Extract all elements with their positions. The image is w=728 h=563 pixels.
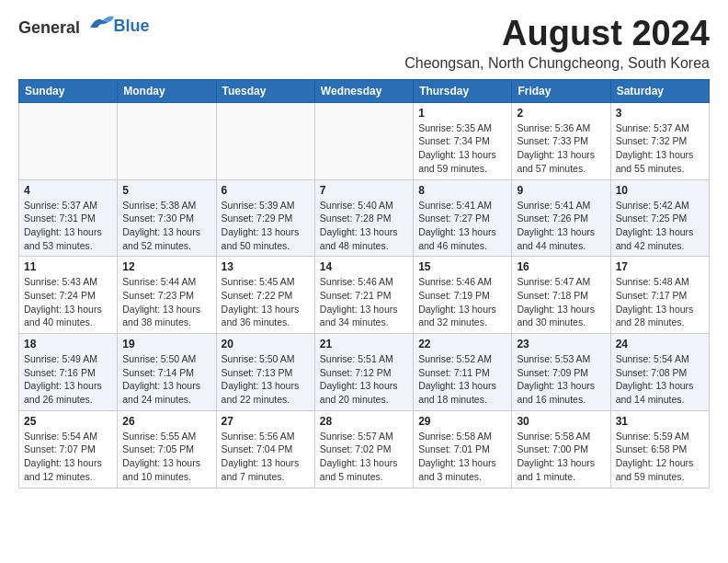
day-info: Sunrise: 5:58 AM Sunset: 7:00 PM Dayligh…	[517, 430, 605, 484]
calendar-cell: 4Sunrise: 5:37 AM Sunset: 7:31 PM Daylig…	[19, 179, 118, 257]
header-wednesday: Wednesday	[314, 79, 413, 102]
day-info: Sunrise: 5:58 AM Sunset: 7:01 PM Dayligh…	[418, 430, 506, 484]
header-sunday: Sunday	[19, 79, 118, 102]
day-info: Sunrise: 5:42 AM Sunset: 7:25 PM Dayligh…	[616, 199, 704, 253]
calendar-cell	[216, 102, 314, 179]
header-thursday: Thursday	[414, 79, 512, 102]
calendar-cell: 29Sunrise: 5:58 AM Sunset: 7:01 PM Dayli…	[414, 410, 512, 488]
calendar-cell: 15Sunrise: 5:46 AM Sunset: 7:19 PM Dayli…	[414, 257, 512, 334]
day-number: 11	[24, 260, 112, 273]
calendar-cell	[19, 102, 118, 179]
calendar-table: SundayMondayTuesdayWednesdayThursdayFrid…	[18, 79, 710, 488]
calendar-cell: 24Sunrise: 5:54 AM Sunset: 7:08 PM Dayli…	[610, 334, 709, 411]
day-info: Sunrise: 5:57 AM Sunset: 7:02 PM Dayligh…	[320, 430, 408, 484]
day-info: Sunrise: 5:56 AM Sunset: 7:04 PM Dayligh…	[222, 430, 310, 484]
calendar-cell	[118, 102, 216, 179]
day-info: Sunrise: 5:39 AM Sunset: 7:29 PM Dayligh…	[222, 199, 310, 253]
calendar-cell: 11Sunrise: 5:43 AM Sunset: 7:24 PM Dayli…	[19, 257, 118, 334]
calendar-cell: 9Sunrise: 5:41 AM Sunset: 7:26 PM Daylig…	[512, 179, 610, 257]
day-info: Sunrise: 5:45 AM Sunset: 7:22 PM Dayligh…	[222, 275, 310, 329]
day-info: Sunrise: 5:54 AM Sunset: 7:07 PM Dayligh…	[24, 430, 112, 484]
calendar-cell: 8Sunrise: 5:41 AM Sunset: 7:27 PM Daylig…	[414, 179, 512, 257]
day-info: Sunrise: 5:41 AM Sunset: 7:27 PM Dayligh…	[418, 199, 506, 253]
day-info: Sunrise: 5:53 AM Sunset: 7:09 PM Dayligh…	[517, 352, 605, 407]
day-info: Sunrise: 5:40 AM Sunset: 7:28 PM Dayligh…	[320, 199, 408, 253]
day-info: Sunrise: 5:43 AM Sunset: 7:24 PM Dayligh…	[24, 275, 112, 329]
calendar-cell: 5Sunrise: 5:38 AM Sunset: 7:30 PM Daylig…	[118, 179, 216, 257]
day-number: 3	[616, 107, 704, 120]
day-number: 4	[24, 184, 112, 197]
day-number: 14	[320, 260, 408, 273]
day-info: Sunrise: 5:55 AM Sunset: 7:05 PM Dayligh…	[122, 430, 210, 484]
day-info: Sunrise: 5:46 AM Sunset: 7:21 PM Dayligh…	[320, 275, 408, 329]
day-info: Sunrise: 5:51 AM Sunset: 7:12 PM Dayligh…	[320, 352, 408, 407]
calendar-cell: 3Sunrise: 5:37 AM Sunset: 7:32 PM Daylig…	[610, 102, 709, 179]
calendar-cell: 14Sunrise: 5:46 AM Sunset: 7:21 PM Dayli…	[314, 257, 413, 334]
day-info: Sunrise: 5:36 AM Sunset: 7:33 PM Dayligh…	[517, 121, 605, 176]
day-number: 31	[616, 415, 704, 428]
day-info: Sunrise: 5:38 AM Sunset: 7:30 PM Dayligh…	[122, 199, 210, 253]
calendar-cell: 21Sunrise: 5:51 AM Sunset: 7:12 PM Dayli…	[314, 334, 413, 411]
day-number: 26	[122, 415, 210, 428]
day-info: Sunrise: 5:44 AM Sunset: 7:23 PM Dayligh…	[122, 275, 210, 329]
title-section: August 2024 Cheongsan, North Chungcheong…	[404, 15, 710, 72]
day-info: Sunrise: 5:37 AM Sunset: 7:31 PM Dayligh…	[24, 199, 112, 253]
day-info: Sunrise: 5:47 AM Sunset: 7:18 PM Dayligh…	[517, 275, 605, 329]
day-number: 30	[517, 415, 605, 428]
calendar-cell: 19Sunrise: 5:50 AM Sunset: 7:14 PM Dayli…	[118, 334, 216, 411]
calendar-cell: 17Sunrise: 5:48 AM Sunset: 7:17 PM Dayli…	[610, 257, 709, 334]
day-info: Sunrise: 5:54 AM Sunset: 7:08 PM Dayligh…	[616, 352, 704, 407]
logo: General Blue	[18, 15, 150, 38]
month-year-title: August 2024	[404, 15, 710, 53]
day-info: Sunrise: 5:50 AM Sunset: 7:13 PM Dayligh…	[222, 352, 310, 407]
day-number: 17	[616, 260, 704, 273]
day-number: 28	[320, 415, 408, 428]
calendar-cell: 22Sunrise: 5:52 AM Sunset: 7:11 PM Dayli…	[414, 334, 512, 411]
header-tuesday: Tuesday	[216, 79, 314, 102]
header-friday: Friday	[512, 79, 610, 102]
day-number: 23	[517, 338, 605, 350]
day-number: 29	[418, 415, 506, 428]
day-number: 10	[616, 184, 704, 197]
calendar-cell: 13Sunrise: 5:45 AM Sunset: 7:22 PM Dayli…	[216, 257, 314, 334]
day-number: 22	[418, 338, 506, 350]
day-number: 18	[24, 338, 112, 350]
day-number: 8	[418, 184, 506, 197]
calendar-header-row: SundayMondayTuesdayWednesdayThursdayFrid…	[19, 79, 710, 102]
calendar-cell: 6Sunrise: 5:39 AM Sunset: 7:29 PM Daylig…	[216, 179, 314, 257]
calendar-cell: 1Sunrise: 5:35 AM Sunset: 7:34 PM Daylig…	[414, 102, 512, 179]
day-number: 27	[222, 415, 310, 428]
calendar-cell: 18Sunrise: 5:49 AM Sunset: 7:16 PM Dayli…	[19, 334, 118, 411]
day-number: 7	[320, 184, 408, 197]
calendar-cell: 30Sunrise: 5:58 AM Sunset: 7:00 PM Dayli…	[512, 410, 610, 488]
calendar-cell: 7Sunrise: 5:40 AM Sunset: 7:28 PM Daylig…	[314, 179, 413, 257]
location-subtitle: Cheongsan, North Chungcheong, South Kore…	[404, 55, 710, 72]
day-number: 6	[222, 184, 310, 197]
calendar-cell: 10Sunrise: 5:42 AM Sunset: 7:25 PM Dayli…	[610, 179, 709, 257]
day-info: Sunrise: 5:37 AM Sunset: 7:32 PM Dayligh…	[616, 121, 704, 176]
calendar-cell: 27Sunrise: 5:56 AM Sunset: 7:04 PM Dayli…	[216, 410, 314, 488]
calendar-cell: 12Sunrise: 5:44 AM Sunset: 7:23 PM Dayli…	[118, 257, 216, 334]
day-number: 24	[616, 338, 704, 350]
day-info: Sunrise: 5:35 AM Sunset: 7:34 PM Dayligh…	[418, 121, 506, 176]
calendar-week-row: 25Sunrise: 5:54 AM Sunset: 7:07 PM Dayli…	[19, 410, 710, 488]
day-number: 20	[222, 338, 310, 350]
day-info: Sunrise: 5:50 AM Sunset: 7:14 PM Dayligh…	[122, 352, 210, 407]
day-number: 16	[517, 260, 605, 273]
day-number: 2	[517, 107, 605, 120]
day-number: 9	[517, 184, 605, 197]
day-info: Sunrise: 5:59 AM Sunset: 6:58 PM Dayligh…	[616, 430, 704, 484]
day-number: 1	[418, 107, 506, 120]
calendar-cell: 23Sunrise: 5:53 AM Sunset: 7:09 PM Dayli…	[512, 334, 610, 411]
header-saturday: Saturday	[610, 79, 709, 102]
page-header: General Blue August 2024 Cheongsan, Nort…	[18, 15, 710, 72]
calendar-cell: 31Sunrise: 5:59 AM Sunset: 6:58 PM Dayli…	[610, 410, 709, 488]
calendar-cell: 20Sunrise: 5:50 AM Sunset: 7:13 PM Dayli…	[216, 334, 314, 411]
day-number: 13	[222, 260, 310, 273]
calendar-week-row: 1Sunrise: 5:35 AM Sunset: 7:34 PM Daylig…	[19, 102, 710, 179]
logo-blue-text: Blue	[114, 17, 150, 36]
calendar-cell: 25Sunrise: 5:54 AM Sunset: 7:07 PM Dayli…	[19, 410, 118, 488]
day-number: 21	[320, 338, 408, 350]
day-info: Sunrise: 5:48 AM Sunset: 7:17 PM Dayligh…	[616, 275, 704, 329]
day-number: 19	[122, 338, 210, 350]
